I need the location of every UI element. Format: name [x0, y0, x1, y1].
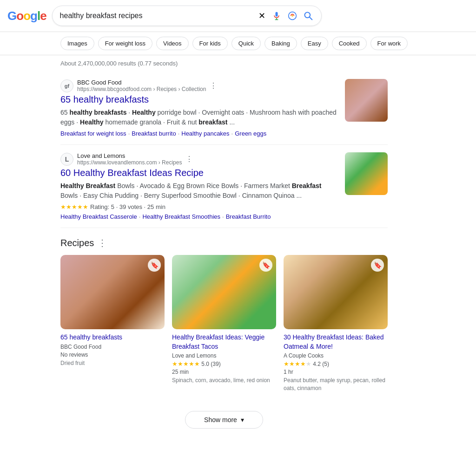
- source-url-1: https://www.bbcgoodfood.com › Recipes › …: [77, 86, 206, 92]
- result-desc-2: Healthy Breakfast Bowls · Avocado & Egg …: [60, 181, 337, 201]
- source-info-1: BBC Good Food https://www.bbcgoodfood.co…: [77, 79, 206, 92]
- result-title-1[interactable]: 65 healthy breakfasts: [60, 94, 337, 105]
- recipe-image-1: 🔖: [60, 255, 165, 329]
- recipe-card-rating-3: ★★★★★ 4.2 (5): [284, 360, 388, 367]
- source-name-2: Love and Lemons: [77, 152, 182, 159]
- result-text-1: gf BBC Good Food https://www.bbcgoodfood…: [60, 79, 337, 137]
- filter-pill-weight-loss[interactable]: For weight loss: [98, 37, 152, 50]
- stars-icon-recipe-3: ★★★★: [284, 360, 306, 367]
- source-url-2: https://www.loveandlemons.com › Recipes: [77, 159, 182, 166]
- google-logo: Google: [7, 9, 46, 23]
- stars-icon-recipe-2: ★★★★★: [172, 360, 200, 367]
- recipes-grid: 🔖 65 healthy breakfasts BBC Good Food No…: [60, 255, 388, 392]
- recipes-menu-icon[interactable]: ⋮: [98, 237, 107, 248]
- recipe-card-time-2: 25 min: [172, 369, 276, 375]
- recipe-card-title-1[interactable]: 65 healthy breakfasts: [60, 333, 165, 342]
- result-thumbnail-2: [345, 152, 388, 195]
- result-link-smoothies[interactable]: Healthy Breakfast Smoothies: [142, 213, 220, 220]
- recipe-card-title-3[interactable]: 30 Healthy Breakfast Ideas: Baked Oatmea…: [284, 333, 388, 351]
- result-desc-1: 65 healthy breakfasts · Healthy porridge…: [60, 108, 337, 127]
- filter-pill-easy[interactable]: Easy: [301, 37, 328, 50]
- result-text-2: L Love and Lemons https://www.loveandlem…: [60, 152, 337, 220]
- recipe-card-reviews-1: No reviews: [60, 352, 165, 358]
- recipe-card-rating-2: ★★★★★ 5.0 (39): [172, 360, 276, 367]
- result-source-2: L Love and Lemons https://www.loveandlem…: [60, 152, 337, 166]
- stars-icon-2: ★★★★★: [60, 203, 88, 210]
- header: Google ✕: [0, 0, 476, 32]
- show-more-wrap: Show more ▾: [60, 402, 388, 443]
- source-favicon-2: L: [60, 153, 73, 166]
- result-link-pancakes[interactable]: Healthy pancakes: [181, 130, 229, 137]
- recipe-image-2: 🔖: [172, 255, 276, 329]
- filter-bar: Images For weight loss Videos For kids Q…: [0, 32, 476, 55]
- recipe-image-3: 🔖: [284, 255, 388, 329]
- filter-pill-baking[interactable]: Baking: [264, 37, 297, 50]
- recipe-card-time-3: 1 hr: [284, 369, 388, 375]
- show-more-chevron-icon: ▾: [241, 416, 244, 423]
- voice-search-button[interactable]: [271, 10, 282, 21]
- clear-search-button[interactable]: ✕: [258, 10, 266, 22]
- result-link-burrito[interactable]: Breakfast burrito: [132, 130, 176, 137]
- source-info-2: Love and Lemons https://www.loveandlemon…: [77, 152, 182, 166]
- rating-line-2: ★★★★★ Rating: 5 · 39 votes · 25 min: [60, 203, 337, 210]
- rating-info-2: Rating: 5 · 39 votes · 25 min: [90, 203, 165, 210]
- filter-pill-cooked[interactable]: Cooked: [332, 37, 367, 50]
- recipe-card-source-3: A Couple Cooks: [284, 352, 388, 359]
- recipe-card-title-2[interactable]: Healthy Breakfast Ideas: Veggie Breakfas…: [172, 333, 276, 351]
- source-name-1: BBC Good Food: [77, 79, 206, 86]
- filter-pill-quick[interactable]: Quick: [231, 37, 261, 50]
- google-search-button[interactable]: [303, 10, 314, 21]
- lens-search-button[interactable]: [287, 10, 298, 21]
- show-more-button[interactable]: Show more ▾: [185, 411, 263, 429]
- filter-pill-images[interactable]: Images: [60, 37, 94, 50]
- result-source-1: gf BBC Good Food https://www.bbcgoodfood…: [60, 79, 337, 92]
- recipe-card-ingredients-1: Dried fruit: [60, 359, 165, 367]
- search-bar[interactable]: ✕: [52, 6, 322, 26]
- source-favicon-1: gf: [60, 79, 73, 92]
- recipe-bookmark-2[interactable]: 🔖: [259, 259, 272, 272]
- filter-pill-kids[interactable]: For kids: [192, 37, 228, 50]
- recipe-rating-value-2: 5.0 (39): [201, 361, 220, 367]
- result-title-2[interactable]: 60 Healthy Breakfast Ideas Recipe: [60, 168, 337, 178]
- recipes-header: Recipes ⋮: [60, 237, 388, 248]
- recipe-card-source-1: BBC Good Food: [60, 344, 165, 350]
- recipes-section: Recipes ⋮ 🔖 65 healthy breakfasts BBC Go…: [60, 228, 388, 402]
- recipe-card-3[interactable]: 🔖 30 Healthy Breakfast Ideas: Baked Oatm…: [284, 255, 388, 392]
- search-icon-group: ✕: [258, 10, 314, 22]
- svg-line-5: [309, 17, 312, 20]
- svg-point-3: [291, 15, 293, 16]
- recipe-bookmark-3[interactable]: 🔖: [371, 259, 384, 272]
- result-link-burrito-2[interactable]: Breakfast Burrito: [226, 213, 271, 220]
- search-input[interactable]: [60, 12, 253, 20]
- recipe-rating-value-3: 4.2 (5): [313, 361, 329, 367]
- source-menu-icon-2[interactable]: ⋮: [185, 155, 193, 163]
- results-count-text: About 2,470,000,000 results (0.77 second…: [60, 60, 178, 67]
- results-info: About 2,470,000,000 results (0.77 second…: [0, 55, 476, 72]
- main-content: gf BBC Good Food https://www.bbcgoodfood…: [0, 72, 395, 443]
- result-thumbnail-1: [345, 79, 388, 122]
- recipe-card-source-2: Love and Lemons: [172, 352, 276, 359]
- recipe-bookmark-1[interactable]: 🔖: [148, 259, 161, 272]
- source-menu-icon-1[interactable]: ⋮: [210, 81, 217, 90]
- result-link-eggs[interactable]: Green eggs: [235, 130, 266, 137]
- result-link-casserole[interactable]: Healthy Breakfast Casserole: [60, 213, 137, 220]
- filter-pill-work[interactable]: For work: [370, 37, 408, 50]
- recipe-card-2[interactable]: 🔖 Healthy Breakfast Ideas: Veggie Breakf…: [172, 255, 276, 392]
- recipes-section-title: Recipes: [60, 238, 94, 248]
- result-links-2: Healthy Breakfast Casserole · Healthy Br…: [60, 213, 337, 220]
- result-card-1: gf BBC Good Food https://www.bbcgoodfood…: [60, 72, 388, 145]
- result-links-1: Breakfast for weight loss · Breakfast bu…: [60, 130, 337, 137]
- recipe-card-ingredients-3: Peanut butter, maple syrup, pecan, rolle…: [284, 377, 388, 392]
- recipe-card-ingredients-2: Spinach, corn, avocado, lime, red onion: [172, 377, 276, 384]
- show-more-label: Show more: [204, 416, 237, 423]
- filter-pill-videos[interactable]: Videos: [156, 37, 189, 50]
- result-card-2: L Love and Lemons https://www.loveandlem…: [60, 145, 388, 228]
- result-link-weight-loss[interactable]: Breakfast for weight loss: [60, 130, 126, 137]
- recipe-card-1[interactable]: 🔖 65 healthy breakfasts BBC Good Food No…: [60, 255, 165, 392]
